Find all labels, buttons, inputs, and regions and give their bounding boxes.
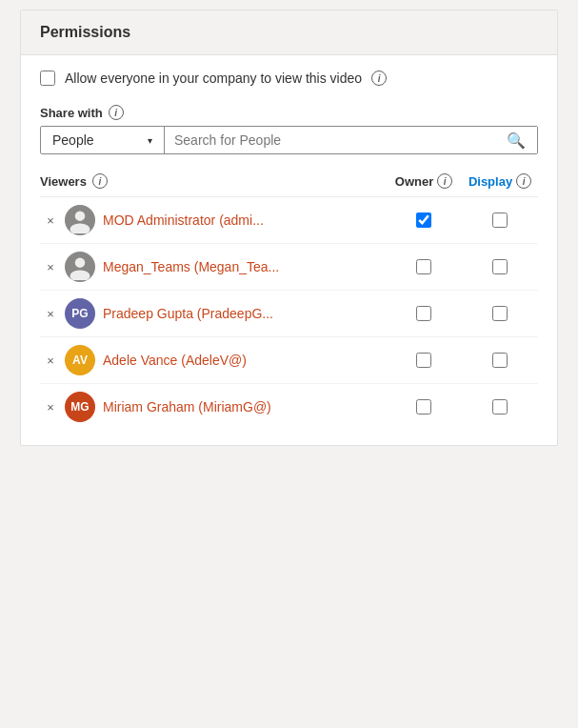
display-checkbox[interactable] xyxy=(492,353,508,368)
owner-checkbox-cell xyxy=(386,399,462,415)
panel-body: Allow everyone in your company to view t… xyxy=(21,55,557,445)
owner-checkbox-cell xyxy=(386,306,462,321)
display-label: Display xyxy=(468,174,512,189)
owner-checkbox[interactable] xyxy=(416,259,431,274)
avatar: MG xyxy=(65,392,95,422)
owner-checkbox-cell xyxy=(386,259,462,274)
viewers-section: Viewers i Owner i Display i × MOD Admini… xyxy=(40,173,538,430)
display-checkbox-cell xyxy=(462,306,538,321)
viewers-label: Viewers xyxy=(40,174,87,189)
search-field: 🔍 xyxy=(165,127,537,153)
search-input[interactable] xyxy=(174,132,505,148)
owner-checkbox[interactable] xyxy=(416,353,431,368)
allow-everyone-checkbox[interactable] xyxy=(40,71,55,86)
svg-point-0 xyxy=(75,211,86,221)
display-checkbox-cell xyxy=(462,353,538,368)
viewer-rows: × MOD Administrator (admi...× Megan_Team… xyxy=(40,197,538,430)
table-row: ×PGPradeep Gupta (PradeepG... xyxy=(40,291,538,337)
display-checkbox-cell xyxy=(462,212,538,228)
table-row: × Megan_Teams (Megan_Tea... xyxy=(40,244,538,291)
allow-everyone-label[interactable]: Allow everyone in your company to view t… xyxy=(65,71,362,86)
owner-column-header: Owner i xyxy=(386,173,462,189)
avatar xyxy=(65,252,95,282)
remove-viewer-button[interactable]: × xyxy=(40,260,61,274)
display-checkbox[interactable] xyxy=(492,259,508,274)
display-info-icon[interactable]: i xyxy=(516,173,531,189)
owner-info-icon[interactable]: i xyxy=(437,173,452,189)
panel-title: Permissions xyxy=(40,24,538,41)
owner-checkbox[interactable] xyxy=(416,306,431,321)
permissions-panel: Permissions Allow everyone in your compa… xyxy=(20,10,558,446)
display-column-header: Display i xyxy=(462,173,538,189)
share-with-controls: People ▾ 🔍 xyxy=(40,126,538,154)
table-row: × MOD Administrator (admi... xyxy=(40,197,538,244)
viewers-info-icon[interactable]: i xyxy=(92,173,108,189)
share-with-section: Share with i People ▾ 🔍 xyxy=(40,105,538,154)
panel-header: Permissions xyxy=(21,10,557,55)
avatar: AV xyxy=(65,345,95,375)
allow-everyone-text: Allow everyone in your company to view t… xyxy=(65,71,362,86)
share-with-label: Share with i xyxy=(40,105,538,120)
viewer-name: MOD Administrator (admi... xyxy=(103,212,386,228)
remove-viewer-button[interactable]: × xyxy=(40,400,61,415)
display-checkbox-cell xyxy=(462,259,538,274)
owner-label: Owner xyxy=(395,174,433,189)
people-dropdown[interactable]: People ▾ xyxy=(41,127,165,153)
viewer-name: Adele Vance (AdeleV@) xyxy=(103,353,386,368)
display-checkbox[interactable] xyxy=(492,212,508,228)
viewer-name: Megan_Teams (Megan_Tea... xyxy=(103,259,386,274)
viewers-header: Viewers i Owner i Display i xyxy=(40,173,538,197)
dropdown-value: People xyxy=(52,132,94,148)
remove-viewer-button[interactable]: × xyxy=(40,354,61,368)
viewer-name: Pradeep Gupta (PradeepG... xyxy=(103,306,386,321)
svg-point-3 xyxy=(70,271,90,281)
remove-viewer-button[interactable]: × xyxy=(40,213,61,228)
avatar: PG xyxy=(65,298,95,329)
avatar xyxy=(65,205,95,235)
display-checkbox[interactable] xyxy=(492,306,508,321)
display-checkbox-cell xyxy=(462,399,538,415)
viewer-name: Miriam Graham (MiriamG@) xyxy=(103,399,386,415)
table-row: ×AVAdele Vance (AdeleV@) xyxy=(40,337,538,384)
table-row: ×MGMiriam Graham (MiriamG@) xyxy=(40,384,538,430)
share-with-text: Share with xyxy=(40,106,103,120)
owner-checkbox[interactable] xyxy=(416,212,431,228)
viewers-column-header: Viewers i xyxy=(40,173,386,189)
search-icon: 🔍 xyxy=(507,132,526,149)
svg-point-1 xyxy=(70,224,90,234)
owner-checkbox-cell xyxy=(386,353,462,368)
owner-checkbox-cell xyxy=(386,212,462,228)
display-checkbox[interactable] xyxy=(492,399,508,415)
chevron-down-icon: ▾ xyxy=(148,135,152,146)
search-button[interactable]: 🔍 xyxy=(505,130,528,152)
owner-checkbox[interactable] xyxy=(416,399,431,415)
allow-everyone-section: Allow everyone in your company to view t… xyxy=(40,71,538,86)
allow-everyone-info-icon[interactable]: i xyxy=(371,71,387,86)
remove-viewer-button[interactable]: × xyxy=(40,307,61,321)
share-with-info-icon[interactable]: i xyxy=(109,105,124,120)
svg-point-2 xyxy=(75,257,86,268)
